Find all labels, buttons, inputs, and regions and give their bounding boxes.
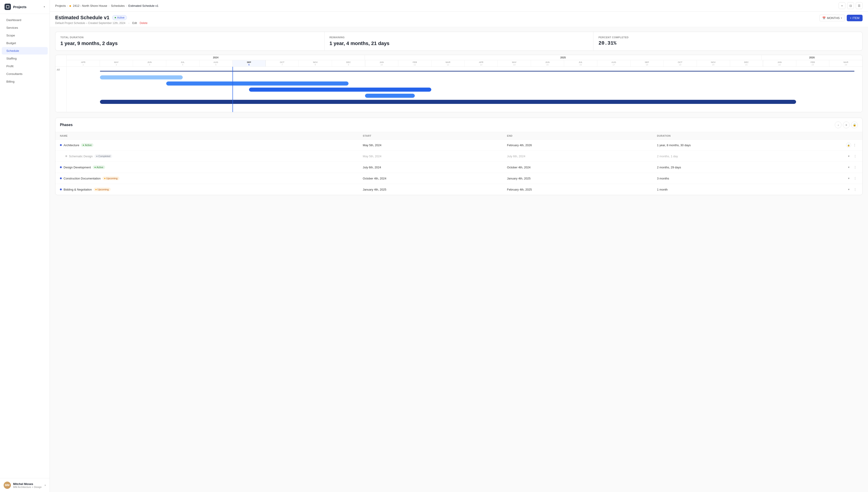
row-chevron-button[interactable]: ▾ xyxy=(846,176,851,181)
stat-total-duration-label: TOTAL DURATION xyxy=(60,36,319,39)
month-jul25: JUL16 xyxy=(564,60,597,67)
gantt-bar-const-doc xyxy=(249,88,431,92)
phase-cd-end: January 4th, 2025 xyxy=(502,173,653,184)
phase-architecture-name: Architecture Active xyxy=(55,140,358,151)
breadcrumb-sep-1: › xyxy=(67,4,68,7)
sidebar-item-dashboard[interactable]: Dashboard xyxy=(2,16,48,24)
row-more-button[interactable]: ⋮ xyxy=(852,142,858,148)
add-item-button[interactable]: + ITEM xyxy=(847,15,863,21)
row-lock-icon[interactable]: 🔒 xyxy=(846,143,851,148)
user-company: MM Architecture + Design xyxy=(13,486,42,488)
menu-button[interactable]: ☰ xyxy=(856,2,863,9)
year-2025: 2025 xyxy=(365,55,761,60)
status-badge: Active xyxy=(112,15,127,20)
stat-remaining-value: 1 year, 4 months, 21 days xyxy=(330,41,588,46)
month-nov25: NOV20 xyxy=(697,60,730,67)
month-mar25: MAR12 xyxy=(431,60,465,67)
status-dot xyxy=(115,17,116,18)
phase-dd-end: October 4th, 2024 xyxy=(502,162,653,173)
month-sep: SEP5 xyxy=(233,60,266,67)
breadcrumb-schedules[interactable]: Schedules xyxy=(111,4,125,7)
sidebar-item-budget[interactable]: Budget xyxy=(2,40,48,47)
sidebar-item-scope[interactable]: Scope xyxy=(2,32,48,39)
months-dropdown[interactable]: 📅 MONTHS ▾ xyxy=(819,15,845,21)
phase-cd-name: Construction Documentation Upcoming xyxy=(55,173,358,184)
sidebar-item-consultants[interactable]: Consultants xyxy=(2,70,48,78)
edit-button[interactable]: Edit xyxy=(132,22,137,25)
gantt-bar-bidding xyxy=(365,94,415,98)
phase-schematic-start: May 5th, 2024 xyxy=(358,151,502,162)
table-header-row: NAME START END DURATION xyxy=(55,132,862,140)
breadcrumb-bar: Projects › 2412 - North Shore House › Sc… xyxy=(50,0,868,11)
phase-dot-schematic xyxy=(65,155,67,157)
col-end: END xyxy=(502,132,653,140)
phase-bn-end: February 4th, 2025 xyxy=(502,184,653,195)
phase-bn-actions: ▾ ⋮ xyxy=(842,184,862,195)
phase-bn-duration: 1 month xyxy=(653,184,842,195)
month-nov: NOV8 xyxy=(299,60,332,67)
month-mar26: MAR24 xyxy=(829,60,862,67)
stat-percent-label: PERCENT COMPLETED xyxy=(599,36,858,39)
month-apr25: APR13 xyxy=(465,60,498,67)
sidebar-app-title: Projects xyxy=(13,5,42,9)
sidebar-nav: Dashboard Services Scope Budget Schedule… xyxy=(0,14,50,478)
month-apr: APR1 xyxy=(67,60,100,67)
delete-button[interactable]: Delete xyxy=(140,22,148,25)
app-logo xyxy=(4,4,11,10)
col-duration: DURATION xyxy=(653,132,842,140)
phase-cd-duration: 3 months xyxy=(653,173,842,184)
sidebar-title-chevron[interactable]: ▾ xyxy=(44,5,45,8)
month-oct25: OCT19 xyxy=(663,60,697,67)
row-more-button[interactable]: ⋮ xyxy=(852,165,858,170)
row-more-button[interactable]: ⋮ xyxy=(852,153,858,159)
stat-percent: PERCENT COMPLETED 20.31% xyxy=(594,32,862,50)
phase-bn-name: Bidding & Negotiation Upcoming xyxy=(55,184,358,195)
sidebar-footer-chevron[interactable]: ▾ xyxy=(45,484,46,487)
month-jul: JUL4 xyxy=(166,60,200,67)
table-row: Bidding & Negotiation Upcoming January 4… xyxy=(55,184,862,195)
row-chevron-button[interactable]: ▾ xyxy=(846,165,851,170)
avatar: MM xyxy=(4,482,11,489)
sidebar-item-services[interactable]: Services xyxy=(2,24,48,31)
download-button[interactable]: ↓ xyxy=(835,122,842,128)
breadcrumb-current: Estimated Schedule v1 xyxy=(128,4,158,7)
phase-status-bn: Upcoming xyxy=(94,188,111,191)
months-label: MONTHS xyxy=(827,16,840,20)
add-button[interactable]: + xyxy=(839,2,845,9)
stat-remaining: REMAINING 1 year, 4 months, 21 days xyxy=(324,32,594,50)
phase-architecture-actions: 🔒 ⋮ xyxy=(842,140,862,151)
phase-dd-duration: 2 months, 29 days xyxy=(653,162,842,173)
year-2024: 2024 xyxy=(67,55,365,60)
expand-button[interactable]: » xyxy=(843,122,850,128)
copy-button[interactable]: ⊡ xyxy=(847,2,854,9)
page-meta-text: Default Project Schedule – Created Septe… xyxy=(55,22,125,25)
page-meta: Default Project Schedule – Created Septe… xyxy=(55,22,148,25)
phase-architecture-end: February 4th, 2026 xyxy=(502,140,653,151)
lock-button[interactable]: 🔒 xyxy=(851,122,858,128)
user-name: Mitchel Moses xyxy=(13,482,42,486)
month-may: MAY2 xyxy=(100,60,133,67)
breadcrumb-project-name[interactable]: 2412 - North Shore House xyxy=(73,4,107,7)
stat-total-duration-value: 1 year, 9 months, 2 days xyxy=(60,41,319,46)
phases-section: Phases ↓ » 🔒 NAME START END DURATION xyxy=(55,118,863,195)
breadcrumb-actions: + ⊡ ☰ xyxy=(839,2,863,9)
row-chevron-button[interactable]: ▾ xyxy=(846,153,851,159)
breadcrumb-projects[interactable]: Projects xyxy=(55,4,66,7)
phase-dot-cd xyxy=(60,177,62,179)
phase-architecture-start: May 5th, 2024 xyxy=(358,140,502,151)
row-more-button[interactable]: ⋮ xyxy=(852,176,858,181)
sidebar-item-staffing[interactable]: Staffing xyxy=(2,55,48,62)
sidebar-item-profit[interactable]: Profit xyxy=(2,63,48,70)
sidebar-header: Projects ▾ xyxy=(0,0,50,14)
sidebar-item-schedule[interactable]: Schedule xyxy=(2,47,48,54)
table-row: Design Development Active July 6th, 2024… xyxy=(55,162,862,173)
table-row: Schematic Design Completed May 5th, 2024… xyxy=(55,151,862,162)
breadcrumb: Projects › 2412 - North Shore House › Sc… xyxy=(55,4,158,7)
sidebar-item-billing[interactable]: Billing xyxy=(2,78,48,85)
phase-status-dot-architecture xyxy=(83,145,84,146)
breadcrumb-project-dot xyxy=(70,4,72,7)
table-row: Architecture Active May 5th, 2024 Februa… xyxy=(55,140,862,151)
row-more-button[interactable]: ⋮ xyxy=(852,187,858,192)
row-chevron-button[interactable]: ▾ xyxy=(846,187,851,192)
gantt-label: AR xyxy=(55,67,67,112)
